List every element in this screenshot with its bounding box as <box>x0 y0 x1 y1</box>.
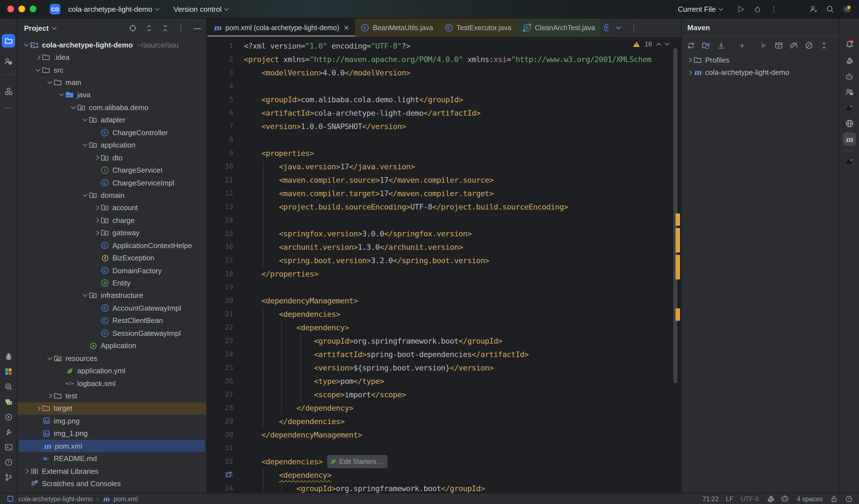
maven-item-cola-archetype-light-demo[interactable]: mcola-archetype-light-demo <box>682 66 839 79</box>
line-number[interactable]: 14 <box>208 214 233 227</box>
tree-item-dto[interactable]: dto <box>17 152 206 164</box>
next-warning-icon[interactable] <box>665 41 670 46</box>
code-line-24[interactable]: 24 <artifactId>spring-boot-dependencies<… <box>208 348 681 361</box>
code-line-25[interactable]: 25 <version>${spring.boot.version}</vers… <box>208 361 681 374</box>
tree-item-main[interactable]: main <box>17 76 206 89</box>
line-number[interactable]: 9 <box>208 146 233 160</box>
tool-strip-button-terminal[interactable] <box>2 440 15 454</box>
code-line-22[interactable]: 22 <dependency> <box>208 321 681 334</box>
line-number[interactable]: 32 <box>208 455 233 468</box>
code-line-30[interactable]: 30 </dependencyManagement> <box>208 428 681 441</box>
tree-item-java[interactable]: java <box>17 89 206 101</box>
tree-item-domainfactory[interactable]: CDomainFactory <box>17 264 206 277</box>
editor-tab-clipped[interactable]: C <box>601 18 608 37</box>
editor-tab-pom.xml-cola-archetype-light-demo-[interactable]: mpom.xml (cola-archetype-light-demo)✕ <box>208 18 355 37</box>
chevron-down-icon[interactable] <box>82 142 87 147</box>
code-line-18[interactable]: 18 </properties> <box>208 267 681 281</box>
tool-strip-button-profiler[interactable] <box>2 380 15 393</box>
code-line-32[interactable]: 32 <dependencies>Edit Starters… <box>208 455 681 468</box>
tool-strip-button-microsoft[interactable] <box>2 365 15 378</box>
code-line-29[interactable]: 29 </dependencies> <box>208 414 681 428</box>
editor-content[interactable]: 1<?xml version="1.0" encoding="UTF-8"?>2… <box>208 37 681 493</box>
line-number[interactable]: 13 <box>208 200 233 214</box>
line-number[interactable]: 7 <box>208 120 233 133</box>
tool-strip-button-git[interactable] <box>2 471 15 484</box>
tool-strip-button-bird-2[interactable] <box>843 155 856 168</box>
tool-strip-button-services[interactable] <box>2 410 15 424</box>
collapse-all-icon[interactable] <box>161 23 169 32</box>
close-tab-icon[interactable]: ✕ <box>344 24 349 32</box>
code-line-1[interactable]: 1<?xml version="1.0" encoding="UTF-8"?> <box>208 39 681 52</box>
edit-starters-chip[interactable]: Edit Starters… <box>327 455 388 468</box>
code-line-27[interactable]: 27 <scope>import</scope> <box>208 388 681 401</box>
indent-style[interactable]: 4 spaces <box>797 495 823 502</box>
more-icon[interactable]: ⋮ <box>770 4 779 13</box>
chevron-down-icon[interactable] <box>24 42 29 46</box>
line-number[interactable]: 23 <box>208 334 233 348</box>
tree-item-img_1.png[interactable]: img_1.png <box>17 427 206 440</box>
chevron-right-icon[interactable] <box>94 155 99 160</box>
code-line-12[interactable]: 12 <maven.compiler.target>17</maven.comp… <box>208 187 681 200</box>
code-line-8[interactable]: 8 <box>208 133 681 146</box>
code-line-6[interactable]: 6 <artifactId>cola-archetype-light-demo<… <box>208 106 681 120</box>
line-number[interactable]: 21 <box>208 307 233 321</box>
line-number[interactable]: 5 <box>208 93 233 106</box>
tool-strip-button-help-people[interactable]: ? <box>2 55 15 68</box>
editor-tab-beanmetautils.java[interactable]: CBeanMetaUtils.java <box>355 18 438 37</box>
code-line-10[interactable]: 10 <java.version>17</java.version> <box>208 160 681 173</box>
chevron-right-icon[interactable] <box>35 55 40 60</box>
tree-item-entity[interactable]: @Entity <box>17 277 206 289</box>
close-window-button[interactable] <box>7 5 14 12</box>
chevron-right-icon[interactable] <box>687 70 692 75</box>
search-icon[interactable] <box>826 4 834 13</box>
code-line-5[interactable]: 5 <groupId>com.alibaba.cola.demo.light</… <box>208 93 681 106</box>
tool-strip-button-globe[interactable] <box>843 117 856 130</box>
tool-strip-button-bug[interactable] <box>2 350 15 363</box>
tree-item-bizexception[interactable]: BizException <box>17 252 206 264</box>
code-line-7[interactable]: 7 <version>1.0.0-SNAPSHOT</version> <box>208 120 681 133</box>
settings-icon[interactable] <box>842 4 851 13</box>
tool-strip-button-bird[interactable] <box>843 101 856 114</box>
line-number[interactable]: 30 <box>208 428 233 441</box>
chevron-right-icon[interactable] <box>35 406 40 411</box>
vcs-widget[interactable]: Version control <box>169 2 233 16</box>
line-number[interactable]: 31 <box>208 441 233 455</box>
project-tree[interactable]: cola-archetype-light-demo~/source/sou.id… <box>17 38 206 493</box>
chevron-right-icon[interactable] <box>687 58 692 62</box>
line-number[interactable]: 22 <box>208 321 233 334</box>
offline-mode-icon[interactable] <box>789 41 798 50</box>
line-number[interactable]: 11 <box>208 173 233 187</box>
tree-item-chargeserviceimpl[interactable]: CChargeServiceImpl <box>17 176 206 189</box>
code-line-19[interactable]: 19 <box>208 281 681 294</box>
chevron-down-icon[interactable] <box>71 104 75 109</box>
tree-item-img.png[interactable]: img.png <box>17 414 206 427</box>
tree-item-com.alibaba.demo[interactable]: com.alibaba.demo <box>17 101 206 114</box>
maven-item-profiles[interactable]: Profiles <box>682 54 839 66</box>
chevron-right-icon[interactable] <box>47 393 52 398</box>
tree-item-applicationcontexthelpe[interactable]: CApplicationContextHelpe <box>17 239 206 252</box>
breadcrumb[interactable]: cola-archetype-light-demo › m pom.xml <box>5 494 138 503</box>
chevron-right-icon[interactable] <box>94 231 99 235</box>
editor-tab-testexecutor.java[interactable]: CTestExecutor.java <box>439 18 517 37</box>
tool-strip-button-more-tools[interactable]: ⋯ <box>2 101 15 114</box>
line-number[interactable]: 29 <box>208 414 233 428</box>
locate-icon[interactable] <box>128 23 137 32</box>
line-number[interactable]: 2 <box>208 52 233 66</box>
tool-strip-button-build[interactable] <box>2 425 15 439</box>
code-line-2[interactable]: 2<project xmlns="http://maven.apache.org… <box>208 52 681 66</box>
add-icon[interactable]: + <box>738 41 747 50</box>
run-icon[interactable] <box>736 4 745 13</box>
code-line-33[interactable]: 33 <dependency> <box>208 468 681 482</box>
tree-item-readme.md[interactable]: M↓README.md <box>17 452 206 465</box>
tree-item-.idea[interactable]: .idea <box>17 51 206 64</box>
code-line-31[interactable]: 31 <box>208 441 681 455</box>
minimize-window-button[interactable] <box>18 5 25 12</box>
tree-item-src[interactable]: src <box>17 64 206 76</box>
robot-icon[interactable] <box>781 494 790 503</box>
code-line-28[interactable]: 28 </dependency> <box>208 401 681 414</box>
tool-strip-button-plugin-geo[interactable] <box>843 54 856 68</box>
tree-item-gateway[interactable]: gateway <box>17 226 206 239</box>
chevron-down-icon[interactable] <box>82 192 87 197</box>
code-line-4[interactable]: 4 <box>208 79 681 93</box>
line-number[interactable]: 18 <box>208 267 233 281</box>
